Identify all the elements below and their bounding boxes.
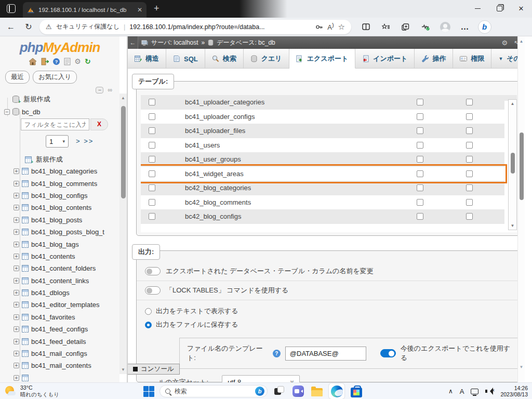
tree-table-item[interactable]: + bc41_editor_templates [0,299,119,311]
reload-nav-icon[interactable]: ↻ [85,57,91,65]
expand-icon[interactable]: + [14,302,19,308]
table-name[interactable]: bc41_uploader_categories [185,95,264,110]
tab-import[interactable]: インポート [355,49,415,69]
tree-table-item[interactable]: + bc41_blog_categories [0,165,119,177]
table-checkbox[interactable] [149,99,155,105]
data-checkbox[interactable] [466,199,473,206]
tree-table-item[interactable]: + bc41_content_links [0,275,119,287]
edge-button[interactable] [329,383,344,399]
structure-checkbox[interactable] [417,99,423,105]
split-screen-icon[interactable] [358,19,374,34]
table-list-scrollbar[interactable]: ▲ ▼ [508,99,517,230]
window-restore-button[interactable] [488,0,510,17]
table-checkbox[interactable] [149,127,155,134]
settings-menu-icon[interactable]: … [457,19,472,34]
browser-tab[interactable]: 192.168.100.1 / localhost / bc_db ✕ [23,2,147,18]
table-row[interactable]: bc42_blog_configs [141,209,504,224]
table-checkbox[interactable] [149,184,155,191]
lock-tables-toggle[interactable] [145,286,161,295]
tree-table-item[interactable]: + bc41_mail_configs [0,348,119,360]
sidebar-scrollbar[interactable]: ▲ ▼ [119,94,127,374]
table-name[interactable]: bc42_blog_configs [185,209,241,224]
scroll-up-icon[interactable]: ▲ [518,39,525,44]
output-as-text-option[interactable]: 出力をテキストで表示する [145,304,512,318]
rename-toggle[interactable] [145,267,161,275]
expand-icon[interactable]: + [14,193,19,198]
window-minimize-button[interactable] [467,0,488,17]
structure-checkbox[interactable] [417,184,423,191]
help-icon[interactable]: ? [52,58,60,65]
scroll-up-icon[interactable]: ▲ [509,101,516,106]
table-row[interactable]: bc41_widget_areas [141,167,504,181]
filename-template-input[interactable] [285,347,366,361]
structure-checkbox[interactable] [417,156,423,163]
favorites-bar-icon[interactable] [378,19,393,34]
tree-table-item[interactable]: + bc41_feed_details [0,335,119,347]
output-as-file-option[interactable]: 出力をファイルに保存する [145,318,512,331]
table-checkbox[interactable] [149,199,155,206]
scroll-up-icon[interactable]: ▲ [119,96,127,100]
taskbar-search[interactable]: 検索 b [159,385,268,397]
tab-search[interactable]: 検索 [205,49,244,69]
console-button[interactable]: コンソール [128,364,180,375]
recent-button[interactable]: 最近 [5,71,30,84]
expand-icon[interactable]: + [14,242,19,247]
filter-clear-button[interactable]: X [90,118,108,130]
structure-checkbox[interactable] [417,142,423,149]
expand-icon[interactable]: + [14,265,19,271]
tree-table-item[interactable]: + bc41_blog_posts [0,214,119,226]
collections-icon[interactable] [398,19,413,34]
store-button[interactable] [350,384,363,398]
settings-gear-icon[interactable]: ⚙ [74,57,81,65]
expand-icon[interactable]: + [14,314,19,320]
breadcrumb-server[interactable]: サーバ: localhost [151,38,198,47]
table-row[interactable]: bc41_uploader_files [141,124,504,138]
data-checkbox[interactable] [466,99,473,105]
table-name[interactable]: bc42_blog_categories [185,181,251,195]
favorites-button[interactable]: お気に入り [33,71,77,84]
table-checkbox[interactable] [149,142,155,149]
page-next-link[interactable]: > [76,137,81,145]
address-bar[interactable]: ⚠ セキュリティ保護なし | 192.168.100.1/pma/index.p… [39,20,351,34]
browser-essentials-icon[interactable] [418,19,433,34]
expand-icon[interactable]: + [14,229,19,235]
table-checkbox[interactable] [149,213,155,220]
docs-icon[interactable] [64,58,71,65]
table-name[interactable]: bc41_uploader_files [185,124,245,138]
scroll-down-icon[interactable]: ▼ [119,367,127,372]
structure-checkbox[interactable] [417,113,423,120]
ime-indicator[interactable]: A [460,388,464,395]
password-key-icon[interactable] [315,23,323,31]
new-tab-button[interactable]: + [154,4,159,13]
table-row[interactable]: bc41_uploader_configs [141,110,504,124]
tree-new-database[interactable]: + 新規作成 [12,94,50,105]
expand-icon[interactable]: + [14,168,19,174]
expand-icon[interactable]: + [14,326,19,332]
expand-icon[interactable]: + [14,217,19,223]
tab-query[interactable]: クエリ [244,49,289,69]
scrollbar-thumb[interactable] [511,153,515,174]
expand-icon[interactable]: + [14,254,19,259]
data-checkbox[interactable] [466,213,473,220]
table-row[interactable]: bc42_blog_categories [141,181,504,195]
data-checkbox[interactable] [466,142,473,149]
structure-checkbox[interactable] [417,199,423,206]
breadcrumb-database[interactable]: データベース: bc_db [217,38,275,47]
table-checkbox[interactable] [149,156,155,163]
hidden-icons-chevron[interactable]: ∧ [448,388,453,395]
tree-table-item[interactable]: + bc41_content_folders [0,262,119,274]
tree-table-item[interactable]: + bc41_dblogs [0,287,119,299]
data-checkbox[interactable] [466,184,473,191]
expand-icon[interactable]: + [14,205,19,210]
radio-selected[interactable] [145,322,152,328]
task-view-button[interactable] [273,384,286,398]
structure-checkbox[interactable] [417,127,423,134]
table-row[interactable]: bc41_uploader_categories [141,95,504,110]
taskbar-clock[interactable]: 14:26 2023/08/13 [500,385,528,398]
table-checkbox[interactable] [149,170,155,177]
expand-icon[interactable]: + [14,290,19,296]
favorite-star-icon[interactable]: ☆ [338,22,345,32]
expand-icon[interactable]: + [14,339,19,344]
table-name[interactable]: bc41_users [185,138,220,153]
weather-widget[interactable]: 33°C 晴れのちくもり [5,384,59,397]
